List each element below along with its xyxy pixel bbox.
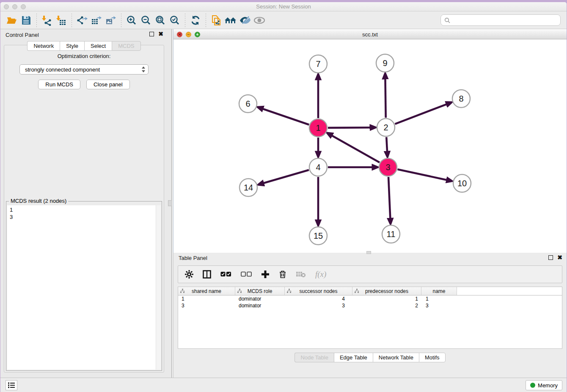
float-panel-icon[interactable] xyxy=(149,32,154,36)
graph-node-7[interactable]: 7 xyxy=(309,55,327,73)
horizontal-splitter-grip[interactable] xyxy=(366,251,371,254)
close-table-panel-icon[interactable]: ✖ xyxy=(557,255,562,260)
cell-name[interactable]: 3 xyxy=(421,303,457,309)
network-canvas[interactable]: 7968124314101511 xyxy=(173,39,567,253)
run-mcds-button[interactable]: Run MCDS xyxy=(38,80,80,89)
select-all-checkboxes-icon[interactable] xyxy=(220,271,231,278)
tab-network-table[interactable]: Network Table xyxy=(373,353,419,362)
window-controls[interactable] xyxy=(4,4,26,9)
tab-style[interactable]: Style xyxy=(60,41,84,51)
refresh-icon[interactable] xyxy=(188,14,203,27)
open-session-icon[interactable] xyxy=(5,14,19,27)
graph-edge-3-11[interactable] xyxy=(388,177,391,220)
result-line: 1 xyxy=(10,206,161,213)
cell-mcds-role[interactable]: dominator xyxy=(235,303,285,309)
float-table-panel-icon[interactable] xyxy=(548,255,553,260)
cell-successor-nodes[interactable]: 3 xyxy=(285,303,352,309)
close-panel-icon[interactable]: ✖ xyxy=(158,32,163,36)
tab-node-table[interactable]: Node Table xyxy=(295,353,334,362)
cell-name[interactable]: 1 xyxy=(421,296,457,302)
close-window-button[interactable] xyxy=(4,4,9,9)
graph-edge-2-9[interactable] xyxy=(385,77,385,118)
tab-network[interactable]: Network xyxy=(27,41,60,51)
task-history-button[interactable] xyxy=(6,380,17,390)
splitter-grip[interactable] xyxy=(168,200,172,206)
graph-edge-4-14[interactable] xyxy=(262,170,309,183)
tab-motifs[interactable]: Motifs xyxy=(419,353,446,362)
graph-node-8[interactable]: 8 xyxy=(452,90,470,108)
minimize-network-icon[interactable]: − xyxy=(186,32,191,37)
zoom-in-icon[interactable] xyxy=(124,14,139,27)
table-panel-title: Table Panel xyxy=(179,255,207,261)
zoom-out-icon[interactable] xyxy=(139,14,153,27)
graph-edge-2-3[interactable] xyxy=(386,137,387,153)
export-table-icon[interactable] xyxy=(89,14,104,27)
delete-column-icon[interactable] xyxy=(279,270,286,279)
graph-edge-3-1[interactable] xyxy=(330,135,380,163)
cell-successor-nodes[interactable]: 4 xyxy=(285,296,352,302)
zoom-fit-icon[interactable] xyxy=(153,14,168,27)
home-layout-icon[interactable] xyxy=(223,14,238,27)
network-frame-titlebar[interactable]: ✕ − + scc.txt xyxy=(173,30,567,39)
cell-predecessor-nodes[interactable]: 2 xyxy=(352,303,421,309)
graph-node-11[interactable]: 11 xyxy=(382,225,400,243)
graph-edge-1-6[interactable] xyxy=(261,108,309,125)
search-input[interactable] xyxy=(453,17,560,23)
graph-node-label: 2 xyxy=(383,123,388,132)
graph-node-4[interactable]: 4 xyxy=(309,158,327,176)
mcds-result-text[interactable]: 1 3 xyxy=(7,205,161,370)
node-table[interactable]: shared name MCDS role successor nodes pr… xyxy=(178,287,562,349)
graph-node-label: 6 xyxy=(245,99,250,108)
zoom-selected-icon[interactable] xyxy=(168,14,182,27)
cell-predecessor-nodes[interactable]: 1 xyxy=(352,296,421,302)
tab-mcds[interactable]: MCDS xyxy=(112,41,140,51)
cell-shared-name[interactable]: 1 xyxy=(178,296,235,302)
close-panel-button[interactable]: Close panel xyxy=(86,80,130,89)
settings-gear-icon[interactable] xyxy=(185,270,193,279)
graph-edge-1-2[interactable] xyxy=(328,127,372,128)
column-header-predecessor-nodes[interactable]: predecessor nodes xyxy=(352,287,421,295)
import-table-icon[interactable] xyxy=(54,14,69,27)
table-row[interactable]: 3 dominator 3 2 3 xyxy=(178,302,562,309)
graph-node-2[interactable]: 2 xyxy=(377,119,395,136)
columns-icon[interactable] xyxy=(203,270,211,279)
memory-button[interactable]: Memory xyxy=(526,380,562,390)
maximize-network-icon[interactable]: + xyxy=(195,32,200,37)
vertical-splitter[interactable] xyxy=(168,29,173,378)
tab-select[interactable]: Select xyxy=(84,41,112,51)
export-network-icon[interactable] xyxy=(75,14,89,27)
graph-node-10[interactable]: 10 xyxy=(453,174,471,192)
cell-mcds-role[interactable]: dominator xyxy=(235,296,285,302)
graph-node-9[interactable]: 9 xyxy=(376,54,394,72)
hide-selected-eye-icon[interactable] xyxy=(238,14,252,27)
column-header-name[interactable]: name xyxy=(421,287,457,295)
graph-edge-3-10[interactable] xyxy=(397,169,448,180)
search-icon xyxy=(444,17,450,23)
deselect-all-checkboxes-icon[interactable] xyxy=(241,271,252,278)
search-field[interactable] xyxy=(440,14,561,26)
graph-edge-2-8[interactable] xyxy=(395,104,448,124)
minimize-window-button[interactable] xyxy=(12,4,17,9)
tab-edge-table[interactable]: Edge Table xyxy=(334,353,373,362)
add-column-icon[interactable] xyxy=(261,270,270,279)
import-network-icon[interactable] xyxy=(40,14,54,27)
column-header-successor-nodes[interactable]: successor nodes xyxy=(285,287,352,295)
save-session-icon[interactable] xyxy=(19,14,33,27)
result-scrollbar[interactable] xyxy=(156,205,161,370)
cell-shared-name[interactable]: 3 xyxy=(178,303,235,309)
graph-node-15[interactable]: 15 xyxy=(309,227,327,245)
graph-node-3[interactable]: 3 xyxy=(379,158,397,176)
graph-node-6[interactable]: 6 xyxy=(239,95,257,113)
network-graph[interactable]: 7968124314101511 xyxy=(173,39,567,253)
duplicate-network-icon[interactable] xyxy=(209,14,223,27)
column-header-mcds-role[interactable]: MCDS role xyxy=(235,287,285,295)
optimization-criterion-select[interactable]: strongly connected component xyxy=(19,64,149,75)
table-row[interactable]: 1 dominator 4 1 1 xyxy=(178,295,562,302)
graph-node-1[interactable]: 1 xyxy=(309,119,327,137)
graph-node-14[interactable]: 14 xyxy=(239,179,257,196)
column-header-shared-name[interactable]: shared name xyxy=(178,287,235,295)
maximize-window-button[interactable] xyxy=(21,4,26,9)
table-header[interactable]: shared name MCDS role successor nodes pr… xyxy=(178,287,562,295)
export-image-icon[interactable] xyxy=(104,14,118,27)
close-network-icon[interactable]: ✕ xyxy=(177,32,182,37)
